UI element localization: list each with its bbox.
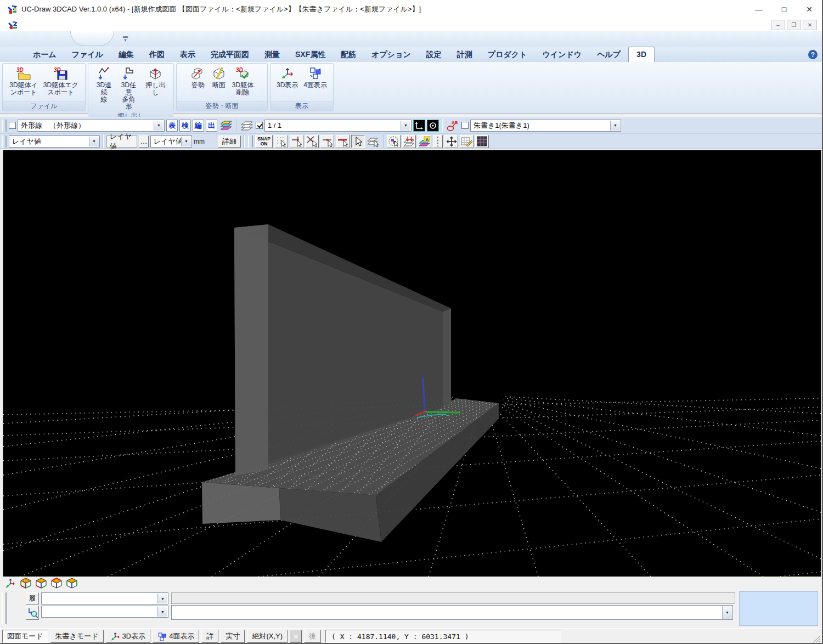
3d-axes-view-button[interactable] <box>3 577 18 590</box>
layer-pick-button[interactable] <box>367 135 380 148</box>
quad-display-button[interactable]: 4面表示 <box>302 66 329 89</box>
snap-midpoint-button[interactable] <box>320 135 334 148</box>
status-3d-view-button[interactable]: 3D表示 <box>106 630 151 643</box>
chevron-down-icon[interactable]: ▼ <box>181 137 191 146</box>
3d-export-button[interactable]: 3D 3D躯体エク スポート <box>42 66 80 97</box>
isometric-view-button-4[interactable] <box>65 577 79 590</box>
layer-select-combo[interactable]: 外形線 （外形線）▼ <box>18 120 165 132</box>
tab-home[interactable]: ホーム <box>25 47 64 62</box>
help-icon[interactable]: ? <box>808 50 818 59</box>
chevron-down-icon[interactable]: ▼ <box>89 137 99 146</box>
layer-palette-button[interactable] <box>219 119 233 132</box>
snap-endpoint-button[interactable] <box>290 135 303 148</box>
application-menu-orb[interactable] <box>70 31 114 46</box>
layer-value-field[interactable]: レイヤ値 <box>106 135 137 148</box>
maximize-button[interactable]: □ <box>771 0 797 19</box>
tab-product[interactable]: プロダクト <box>480 47 535 62</box>
tab-window[interactable]: ウインドウ <box>534 47 589 62</box>
drawing-mode-button[interactable]: 図面モード <box>2 630 48 643</box>
tab-draw[interactable]: 作図 <box>142 47 172 62</box>
axes-display-button[interactable] <box>413 120 425 132</box>
resize-grip[interactable] <box>813 635 820 642</box>
child-close-button[interactable]: ✕ <box>803 20 817 30</box>
snap-on-button[interactable]: SNAP ON <box>255 135 273 148</box>
chevron-down-icon[interactable]: ▼ <box>722 606 732 619</box>
redline-pen-button[interactable]: AB <box>446 119 460 132</box>
page-checkbox[interactable] <box>256 122 263 129</box>
history-button[interactable]: 履 <box>26 592 39 605</box>
status-quad-view-button[interactable]: 4面表示 <box>153 630 199 643</box>
isometric-view-button-2[interactable] <box>34 577 48 590</box>
layer-visibility-checkbox[interactable] <box>9 122 16 129</box>
tab-rebar[interactable]: 配筋 <box>333 47 364 62</box>
tab-3d-active[interactable]: 3D <box>628 47 655 62</box>
minimize-button[interactable]: — <box>746 0 771 19</box>
plot-settings-button[interactable] <box>475 135 489 148</box>
origin-target-button[interactable] <box>427 120 439 132</box>
pan-button[interactable] <box>444 135 458 148</box>
3d-import-button[interactable]: 3D 3D躯体イ ンポート <box>8 66 40 97</box>
tab-finished-plan[interactable]: 完成平面図 <box>203 47 257 62</box>
guide-line-button[interactable] <box>433 135 443 148</box>
layer-list-button[interactable] <box>240 119 254 132</box>
3d-delete-button[interactable]: 3D 3D躯体 削除 <box>230 66 255 97</box>
actual-size-button[interactable]: 実寸 <box>221 630 245 643</box>
detail-toggle-button[interactable]: 詳 <box>201 630 218 643</box>
quick-access-dropdown-icon[interactable]: ▬▾ <box>123 35 128 42</box>
3d-viewport-canvas[interactable] <box>3 150 821 577</box>
chevron-down-icon[interactable]: ▼ <box>610 121 620 131</box>
section-button[interactable]: 断面 <box>210 66 228 89</box>
redline-checkbox[interactable] <box>461 122 469 129</box>
snap-intersection-button[interactable] <box>305 135 319 148</box>
layer-value-combo[interactable]: レイヤ値▼ <box>9 135 100 148</box>
layer-show-toggle[interactable]: 表 <box>166 120 178 132</box>
isometric-view-button-1[interactable] <box>19 577 33 590</box>
toolbar-grip[interactable] <box>2 120 7 132</box>
panel-grip[interactable] <box>2 592 7 624</box>
layer-edit-toggle[interactable]: 編 <box>193 120 204 132</box>
child-restore-button[interactable]: ❐ <box>787 20 801 30</box>
3d-polyline-button[interactable]: 3D連続 線 <box>93 66 115 104</box>
close-button[interactable]: ✕ <box>797 0 822 19</box>
layer-attr-button[interactable]: A <box>418 135 431 148</box>
detail-button[interactable]: 詳細 <box>218 135 241 148</box>
absolute-xy-button[interactable]: 絶対(X,Y) <box>247 630 288 643</box>
select-element-button[interactable] <box>387 135 401 148</box>
ellipsis-button[interactable]: … <box>139 135 149 148</box>
redline-combo[interactable]: 朱書き1(朱書き1)▼ <box>470 120 621 132</box>
toolbar-grip[interactable] <box>248 135 253 148</box>
tab-survey[interactable]: 測量 <box>257 47 288 62</box>
history-combo[interactable]: ▼ <box>41 592 168 605</box>
tab-measure[interactable]: 計測 <box>449 47 480 62</box>
layer-search-toggle[interactable]: 検 <box>179 120 191 132</box>
chevron-down-icon[interactable]: ▼ <box>157 607 167 617</box>
3d-polygon-button[interactable]: 3D任意 多角形 <box>117 66 140 111</box>
tab-file[interactable]: ファイル <box>64 47 111 62</box>
layer-move-button[interactable] <box>402 135 416 148</box>
snap-online-button[interactable] <box>336 135 350 148</box>
tab-options[interactable]: オプション <box>364 47 419 62</box>
layer-output-toggle[interactable]: 出 <box>206 120 217 132</box>
redline-mode-button[interactable]: 朱書きモード <box>50 630 104 643</box>
snap-grid-button[interactable] <box>274 135 288 148</box>
zoom-combo[interactable]: ▼ <box>41 606 168 618</box>
3d-display-button[interactable]: 3D表示 <box>275 66 300 89</box>
chevron-down-icon[interactable]: ▼ <box>154 121 164 131</box>
page-combo[interactable]: 1 / 1▼ <box>264 120 412 132</box>
chevron-down-icon[interactable]: ▼ <box>401 121 410 131</box>
select-cursor-button[interactable] <box>351 135 365 148</box>
zoom-history-button[interactable] <box>26 606 39 620</box>
command-input-combo[interactable]: ▼ <box>171 605 733 620</box>
child-minimize-button[interactable]: – <box>771 20 785 30</box>
extrude-button[interactable]: 押し出し <box>142 66 169 97</box>
toolbar-grip[interactable] <box>2 135 7 148</box>
isometric-view-button-3[interactable] <box>49 577 64 590</box>
chevron-down-icon[interactable]: ▼ <box>157 594 167 603</box>
tab-view[interactable]: 表示 <box>172 47 203 62</box>
edit-table-button[interactable] <box>460 135 473 148</box>
pose-button[interactable]: 姿勢 <box>189 66 207 89</box>
tab-edit[interactable]: 編集 <box>111 47 142 62</box>
tab-settings[interactable]: 設定 <box>419 47 449 62</box>
tab-sxf-attr[interactable]: SXF属性 <box>288 47 333 62</box>
line-width-combo[interactable]: レイヤ値▼ <box>150 135 192 148</box>
